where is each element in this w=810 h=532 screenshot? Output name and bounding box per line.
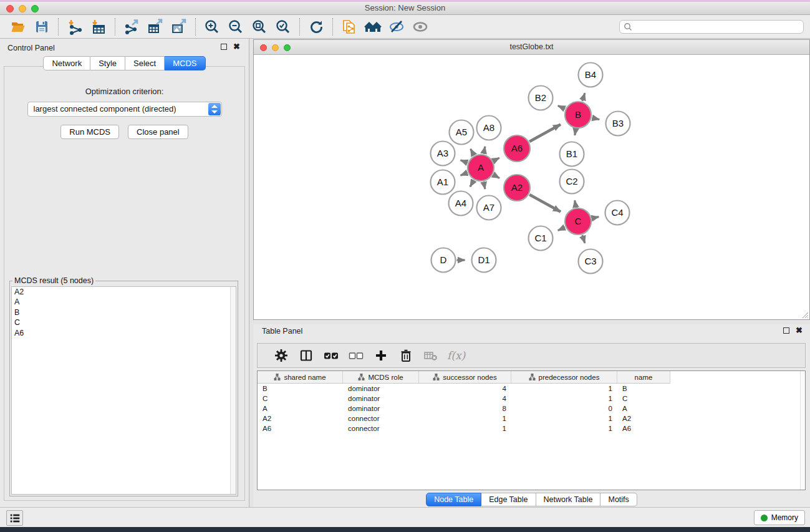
graph-node-A6[interactable]: A6 [504, 135, 530, 162]
graph-node-A7[interactable]: A7 [477, 196, 501, 220]
maximize-view-button[interactable] [284, 44, 291, 51]
tab-edge-table[interactable]: Edge Table [481, 493, 536, 506]
hide-selected-button[interactable] [385, 16, 408, 37]
graph-node-A1[interactable]: A1 [431, 170, 455, 195]
zoom-in-button[interactable] [200, 16, 224, 37]
table-row[interactable]: A6connector11A6 [258, 423, 805, 433]
save-session-button[interactable] [30, 16, 54, 37]
column-header-name[interactable]: name [617, 371, 670, 384]
select-all-button[interactable] [319, 345, 344, 366]
graph-node-A8[interactable]: A8 [477, 116, 501, 140]
graph-edge-A-A8[interactable] [484, 147, 485, 154]
mcds-result-item[interactable]: C [12, 317, 236, 327]
mcds-result-list[interactable]: A2ABCA6 [11, 286, 236, 495]
mcds-result-item[interactable]: A [12, 297, 236, 307]
graph-node-C[interactable]: C [565, 208, 591, 235]
run-mcds-button[interactable]: Run MCDS [60, 125, 119, 139]
tab-select[interactable]: Select [125, 56, 165, 70]
graph-node-C3[interactable]: C3 [579, 249, 603, 274]
graph-node-A2[interactable]: A2 [504, 175, 530, 201]
mcds-result-item[interactable]: A2 [12, 287, 236, 297]
show-all-button[interactable] [408, 16, 432, 37]
tab-motifs[interactable]: Motifs [600, 493, 637, 506]
close-panel-icon[interactable]: ✖ [796, 327, 803, 334]
tab-network[interactable]: Network [43, 56, 90, 70]
minimize-window-button[interactable] [19, 5, 26, 12]
close-panel-button[interactable]: Close panel [128, 125, 188, 139]
graph-edge-A-A5[interactable] [471, 149, 474, 155]
column-header-predecessor-nodes[interactable]: predecessor nodes [511, 371, 617, 384]
graph-edge-C-C4[interactable] [592, 217, 599, 218]
zoom-selected-button[interactable] [271, 16, 295, 37]
graph-node-B3[interactable]: B3 [606, 112, 630, 136]
graph-node-C2[interactable]: C2 [560, 170, 584, 194]
graph-edge-A-A4[interactable] [470, 180, 474, 186]
graph-edge-B-B2[interactable] [558, 106, 565, 109]
graph-node-D1[interactable]: D1 [472, 248, 496, 273]
graph-node-B4[interactable]: B4 [579, 63, 603, 87]
resize-grip-icon[interactable] [801, 311, 809, 319]
close-panel-icon[interactable]: ✖ [233, 43, 240, 51]
graph-edge-A-A7[interactable] [484, 182, 485, 190]
graph-edge-C-C1[interactable] [558, 227, 565, 230]
zoom-fit-button[interactable] [248, 16, 271, 37]
mcds-result-item[interactable]: B [12, 307, 236, 317]
memory-button[interactable]: Memory [754, 510, 805, 525]
mcds-result-item[interactable]: A6 [12, 328, 236, 338]
import-table-button[interactable] [87, 16, 110, 37]
maximize-window-button[interactable] [31, 5, 39, 12]
graph-node-B1[interactable]: B1 [560, 142, 584, 167]
graph-edge-A-A3[interactable] [461, 160, 468, 163]
close-view-button[interactable] [260, 44, 267, 51]
table-row[interactable]: A2connector11A2 [258, 414, 805, 423]
scrollbar-track[interactable] [800, 371, 805, 490]
graph-edge-A6-B[interactable] [529, 124, 561, 141]
export-image-button[interactable] [167, 16, 191, 37]
graph-edge-B-B3[interactable] [592, 118, 599, 120]
graph-edge-B-B1[interactable] [575, 129, 576, 135]
network-window-titlebar[interactable]: testGlobe.txt [254, 40, 809, 55]
graph-edge-A-A2[interactable] [493, 175, 499, 178]
network-graph[interactable]: B4B2BB3A5A8A6A3B1AA1C2A2A4A7C4CC1DD1C3 [254, 55, 809, 319]
table-row[interactable]: Adominator80A [258, 404, 805, 414]
column-header-MCDS-role[interactable]: MCDS role [343, 371, 419, 384]
graph-node-B2[interactable]: B2 [529, 86, 553, 110]
column-view-button[interactable] [294, 345, 319, 366]
tab-network-table[interactable]: Network Table [536, 493, 601, 506]
tab-mcds[interactable]: MCDS [165, 56, 205, 70]
float-panel-icon[interactable] [221, 44, 227, 50]
graph-edge-A2-C[interactable] [529, 195, 561, 211]
scrollbar-track[interactable] [230, 287, 236, 494]
table-options-button[interactable] [269, 345, 294, 366]
export-table-button[interactable] [143, 16, 167, 37]
home-button[interactable] [361, 16, 385, 37]
first-neighbors-button[interactable] [337, 16, 361, 37]
graph-node-C4[interactable]: C4 [605, 201, 630, 225]
float-panel-icon[interactable] [783, 327, 789, 334]
search-input[interactable] [619, 20, 804, 34]
graph-node-B[interactable]: B [565, 102, 591, 128]
minimize-view-button[interactable] [272, 44, 279, 51]
task-history-button[interactable] [6, 510, 23, 526]
close-window-button[interactable] [6, 5, 14, 12]
add-column-button[interactable] [369, 345, 393, 366]
unselect-all-button[interactable] [344, 345, 369, 366]
graph-node-D[interactable]: D [432, 248, 456, 273]
export-network-button[interactable] [120, 16, 143, 37]
refresh-button[interactable] [304, 16, 328, 37]
zoom-out-button[interactable] [224, 16, 248, 37]
graph-node-A5[interactable]: A5 [450, 120, 474, 145]
graph-node-A4[interactable]: A4 [449, 191, 473, 216]
graph-node-C1[interactable]: C1 [529, 226, 553, 251]
optimization-criterion-select[interactable]: largest connected component (directed) [27, 102, 222, 117]
function-builder-button[interactable]: f(x) [447, 349, 465, 362]
tab-node-table[interactable]: Node Table [426, 493, 481, 506]
graph-edge-A-A1[interactable] [461, 173, 468, 175]
tab-style[interactable]: Style [90, 56, 125, 70]
column-header-successor-nodes[interactable]: successor nodes [419, 371, 511, 384]
delete-table-button[interactable] [418, 345, 443, 366]
column-header-shared-name[interactable]: shared name [258, 371, 343, 384]
graph-node-A[interactable]: A [468, 155, 494, 181]
open-file-button[interactable] [6, 16, 30, 37]
graph-node-A3[interactable]: A3 [431, 142, 455, 166]
